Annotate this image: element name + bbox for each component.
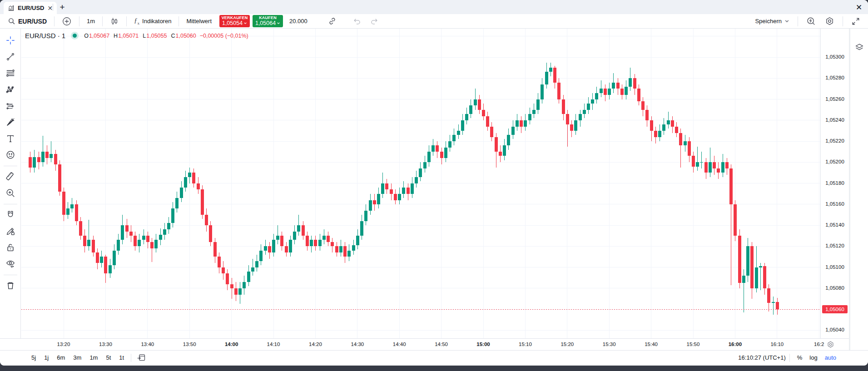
trend-line-tool[interactable] [3, 49, 18, 64]
add-circle-icon [62, 16, 72, 26]
magnet-tool[interactable] [3, 207, 18, 223]
search-icon [8, 17, 15, 25]
tab-separator [53, 4, 53, 11]
range-button-3m[interactable]: 3m [70, 353, 84, 362]
undo-icon [353, 17, 362, 25]
current-price-badge: 1,05060 [822, 305, 848, 313]
sell-button[interactable]: VERKAUFEN 1,05054 [219, 15, 250, 27]
main-toolbar: EUR/USD 1m [0, 14, 868, 29]
time-axis-label: 13:20 [53, 341, 74, 347]
price-axis-label: 1,05180 [821, 180, 849, 186]
settings-button[interactable] [822, 15, 838, 27]
time-axis-label: 13:40 [137, 341, 159, 347]
save-button[interactable]: Speichern [752, 15, 793, 27]
drawing-lock-tool[interactable] [3, 223, 18, 239]
toolbar-divider [4, 204, 17, 204]
chevron-down-icon [277, 21, 280, 25]
price-axis-label: 1,05220 [821, 138, 849, 143]
indicators-label: Indikatoren [142, 18, 171, 25]
fullscreen-button[interactable] [848, 15, 863, 27]
window-close-icon[interactable]: ✕ [853, 1, 865, 13]
time-axis-label: 15:20 [556, 341, 578, 347]
time-axis-label: 15:30 [598, 341, 620, 347]
range-button-1t[interactable]: 1t [116, 353, 127, 362]
layers-icon[interactable] [852, 40, 867, 55]
price-axis-label: 1,05100 [821, 264, 849, 270]
candlestick-chart[interactable] [21, 29, 820, 338]
range-button-1m[interactable]: 1m [86, 353, 101, 362]
percent-scale-toggle[interactable]: % [794, 353, 806, 362]
indicators-button[interactable]: ƒx Indikatoren [131, 15, 174, 27]
price-axis[interactable]: 1,053001,052801,052601,052401,052201,052… [820, 29, 849, 338]
redo-button[interactable] [367, 15, 382, 27]
delete-all-tool[interactable] [3, 278, 18, 293]
time-axis-label: 16:10 [766, 341, 788, 347]
drawing-toolbar [0, 29, 21, 338]
crosshair-tool[interactable] [3, 33, 18, 48]
quick-search-button[interactable] [803, 15, 819, 27]
range-button-5t[interactable]: 5t [103, 353, 114, 362]
range-button-6m[interactable]: 6m [54, 353, 68, 362]
xabcd-pattern-tool[interactable] [3, 82, 18, 97]
time-axis-label: 15:10 [514, 341, 536, 347]
time-axis-label: 13:30 [94, 341, 116, 347]
range-button-1j[interactable]: 1j [41, 353, 52, 362]
save-label: Speichern [755, 18, 782, 25]
trade-quantity[interactable]: 20.000 [289, 18, 308, 25]
tab-bar: EUR/USD ✕ + ✕ [0, 0, 868, 14]
chart-legend[interactable]: EUR/USD · 1 O1,05067H1,05071L1,05055C1,0… [25, 32, 248, 40]
text-tool[interactable] [3, 131, 18, 146]
right-panel-rail [849, 29, 868, 350]
candles-icon [110, 17, 119, 26]
time-axis-label: 15:00 [472, 341, 494, 347]
interval-button[interactable]: 1m [84, 15, 98, 27]
symbol-search-button[interactable]: EUR/USD [5, 15, 50, 27]
emoji-tool[interactable] [3, 147, 18, 163]
price-axis-label: 1,05280 [821, 75, 849, 80]
ruler-tool[interactable] [3, 169, 18, 184]
ohlc-values: O1,05067H1,05071L1,05055C1,05060 [84, 33, 196, 39]
time-axis-label: 15:40 [640, 341, 662, 347]
settings-gear-icon [825, 16, 834, 26]
chart-style-button[interactable] [107, 15, 122, 27]
go-to-date-button[interactable] [135, 352, 148, 363]
mean-button[interactable]: Mittelwert [183, 15, 215, 27]
toolbar-divider [4, 275, 17, 275]
time-axis-label: 13:50 [179, 341, 200, 347]
time-axis-label: 14:50 [431, 341, 452, 347]
new-tab-button[interactable]: + [56, 1, 68, 13]
compare-add-button[interactable] [59, 15, 75, 27]
time-axis-label: 15:50 [682, 341, 704, 347]
price-axis-label: 1,05260 [821, 96, 849, 102]
tab-eurusd[interactable]: EUR/USD ✕ [4, 2, 57, 14]
function-icon: ƒx [134, 17, 139, 25]
time-axis-label: 14:10 [263, 341, 284, 347]
time-axis-label: 14:40 [388, 341, 410, 347]
price-axis-label: 1,05300 [821, 54, 849, 59]
price-axis-label: 1,05080 [821, 285, 849, 291]
fib-retracement-tool[interactable] [3, 65, 18, 81]
buy-button[interactable]: KAUFEN 1,05064 [253, 15, 283, 27]
brush-tool[interactable] [3, 114, 18, 130]
market-status-icon[interactable] [71, 32, 79, 40]
time-axis[interactable]: 13:2013:3013:4013:5014:0014:1014:2014:30… [0, 338, 849, 350]
bottom-bar: 5j1j6m3m1m5t1t 16:10:27 (UTC+1) % log au… [0, 350, 868, 366]
ohlc-item: C1,05060 [171, 33, 196, 39]
legend-symbol[interactable]: EUR/USD · 1 [25, 32, 65, 40]
tab-close-icon[interactable]: ✕ [48, 5, 53, 11]
price-axis-label: 1,05140 [821, 222, 849, 228]
undo-button[interactable] [350, 15, 365, 27]
range-button-5j[interactable]: 5j [28, 353, 39, 362]
time-axis-label: 14:00 [221, 341, 243, 347]
price-axis-label: 1,05040 [821, 327, 849, 332]
auto-scale-toggle[interactable]: auto [821, 353, 840, 362]
app-window: EUR/USD ✕ + ✕ EUR/USD [0, 0, 868, 366]
log-scale-toggle[interactable]: log [806, 353, 821, 362]
alert-link-button[interactable] [325, 15, 340, 27]
hide-drawings-tool[interactable] [3, 256, 18, 272]
ohlc-item: O1,05067 [84, 33, 109, 39]
forecast-tool[interactable] [3, 98, 18, 114]
lock-all-tool[interactable] [3, 240, 18, 255]
zoom-in-tool[interactable] [3, 185, 18, 201]
clock-display[interactable]: 16:10:27 (UTC+1) [738, 354, 785, 361]
